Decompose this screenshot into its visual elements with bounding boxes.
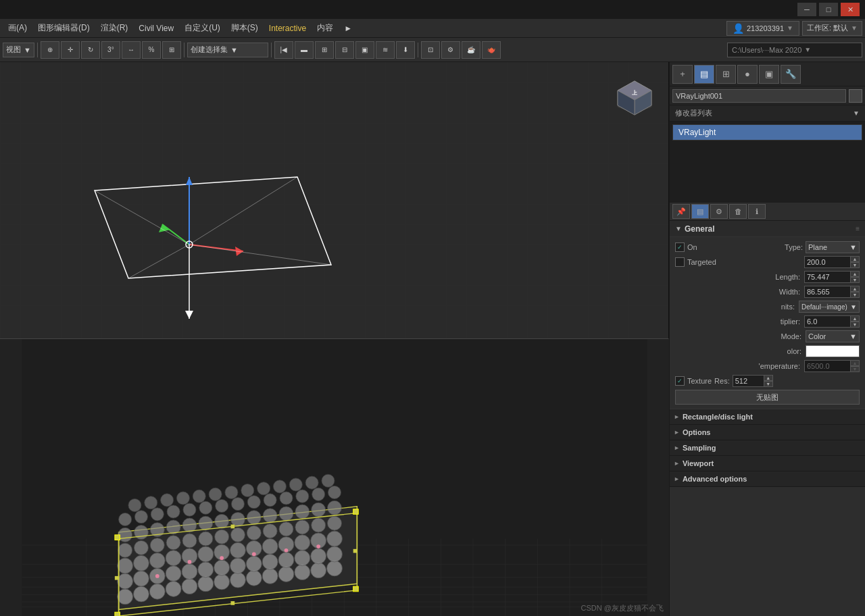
on-checkbox[interactable] bbox=[675, 242, 685, 252]
advanced-title: Advanced options bbox=[683, 475, 747, 483]
toolbar-btn-10[interactable]: ☕ bbox=[462, 41, 480, 59]
length-input[interactable]: ▲ ▼ bbox=[804, 271, 860, 283]
menu-script[interactable]: 脚本(S) bbox=[226, 20, 264, 36]
svg-rect-147 bbox=[115, 612, 120, 616]
tab-hierarchy[interactable]: ⊞ bbox=[716, 65, 736, 84]
toolbar-btn-7[interactable]: ⬇ bbox=[396, 41, 415, 59]
svg-point-159 bbox=[252, 553, 256, 557]
res-value[interactable] bbox=[733, 375, 764, 387]
object-color-swatch[interactable] bbox=[849, 89, 862, 103]
tiplier-down[interactable]: ▼ bbox=[850, 322, 860, 328]
tab-display[interactable]: ▣ bbox=[759, 65, 779, 84]
mode-dropdown[interactable]: Color▼ bbox=[806, 330, 860, 342]
tiplier-input[interactable]: ▲ ▼ bbox=[804, 315, 860, 328]
rotate-tool[interactable]: ↻ bbox=[81, 41, 100, 59]
svg-point-117 bbox=[328, 500, 342, 515]
targeted-checkbox[interactable] bbox=[675, 257, 685, 267]
options-header[interactable]: ► Options bbox=[670, 425, 865, 440]
texture-checkbox[interactable] bbox=[675, 376, 685, 386]
tab-create[interactable]: + bbox=[672, 65, 693, 84]
configure-button[interactable]: ⚙ bbox=[710, 204, 728, 219]
length-value[interactable] bbox=[804, 271, 850, 283]
menu-interactive[interactable]: Interactive bbox=[264, 21, 312, 36]
maximize-button[interactable]: □ bbox=[819, 3, 838, 16]
res-input[interactable]: ▲ ▼ bbox=[733, 375, 773, 387]
modifier-icon[interactable]: ▤ bbox=[691, 204, 709, 219]
no-texture-button[interactable]: 无贴图 bbox=[675, 390, 860, 405]
mirror-tool[interactable]: ↔ bbox=[122, 41, 141, 59]
toolbar-btn-6[interactable]: ≋ bbox=[376, 41, 395, 59]
selection-set-dropdown[interactable]: 创建选择集▼ bbox=[187, 43, 268, 57]
tab-modify[interactable]: ▤ bbox=[694, 65, 714, 84]
menu-render[interactable]: 渲染(R) bbox=[95, 20, 134, 36]
viewport-header[interactable]: ► Viewport bbox=[670, 456, 865, 471]
advanced-options-header[interactable]: ► Advanced options bbox=[670, 471, 865, 486]
viewport-bottom[interactable]: CSDN @灰皮皮猫不会飞 bbox=[0, 339, 669, 616]
delete-modifier-button[interactable]: 🗑 bbox=[729, 204, 747, 219]
svg-point-60 bbox=[311, 563, 326, 578]
targeted-up[interactable]: ▲ bbox=[850, 256, 860, 262]
toolbar-btn-9[interactable]: ⚙ bbox=[441, 41, 460, 59]
viewport-top[interactable]: 上 bbox=[0, 62, 669, 339]
res-up[interactable]: ▲ bbox=[764, 375, 773, 381]
toolbar-btn-1[interactable]: |◀ bbox=[274, 41, 293, 59]
move-tool[interactable]: ✛ bbox=[61, 41, 80, 59]
targeted-input[interactable]: ▲ ▼ bbox=[804, 256, 860, 268]
menu-civil-view[interactable]: Civil View bbox=[133, 21, 179, 36]
menu-draw[interactable]: 画(A) bbox=[3, 20, 32, 36]
minimize-button[interactable]: ─ bbox=[797, 3, 816, 16]
svg-rect-153 bbox=[115, 576, 119, 580]
svg-point-125 bbox=[231, 498, 244, 511]
viewport-cube[interactable]: 上 bbox=[614, 76, 655, 116]
res-down[interactable]: ▼ bbox=[764, 381, 773, 387]
svg-point-161 bbox=[285, 548, 289, 553]
tab-utilities[interactable]: 🔧 bbox=[781, 65, 801, 84]
general-section-header[interactable]: ▼ General ≡ bbox=[670, 221, 865, 237]
color-swatch[interactable] bbox=[806, 345, 860, 357]
svg-point-48 bbox=[118, 589, 133, 605]
view-dropdown[interactable]: 视图▼ bbox=[3, 43, 34, 57]
pin-button[interactable]: 📌 bbox=[672, 204, 690, 219]
targeted-value[interactable] bbox=[804, 256, 850, 268]
modifier-dropdown-arrow[interactable]: ▼ bbox=[853, 109, 860, 117]
workspace-selector[interactable]: 工作区: 默认 ▼ bbox=[802, 21, 862, 36]
menu-customize[interactable]: 自定义(U) bbox=[179, 20, 226, 36]
select-tool[interactable]: ⊕ bbox=[41, 41, 59, 59]
toolbar-btn-11[interactable]: 🫖 bbox=[482, 41, 501, 59]
user-account[interactable]: 👤 213203391 ▼ bbox=[726, 21, 799, 36]
toolbar-btn-5[interactable]: ▣ bbox=[355, 41, 374, 59]
general-menu[interactable]: ≡ bbox=[856, 225, 860, 232]
sampling-header[interactable]: ► Sampling bbox=[670, 440, 865, 455]
snap-tool[interactable]: ⊞ bbox=[162, 41, 181, 59]
toolbar-btn-3[interactable]: ⊞ bbox=[315, 41, 334, 59]
modifier-vraylight[interactable]: VRayLight bbox=[673, 125, 862, 140]
menu-graph-editor[interactable]: 图形编辑器(D) bbox=[32, 20, 95, 36]
length-up[interactable]: ▲ bbox=[850, 271, 860, 277]
width-down[interactable]: ▼ bbox=[850, 292, 860, 298]
close-button[interactable]: ✕ bbox=[841, 3, 860, 16]
toolbar-btn-2[interactable]: ▬ bbox=[295, 41, 314, 59]
object-name-input[interactable] bbox=[672, 89, 846, 103]
tiplier-value[interactable] bbox=[804, 315, 850, 328]
width-value[interactable] bbox=[804, 286, 850, 298]
menu-more[interactable]: ► bbox=[339, 21, 357, 36]
svg-rect-148 bbox=[353, 586, 359, 592]
width-up[interactable]: ▲ bbox=[850, 286, 860, 292]
toolbar-btn-4[interactable]: ⊟ bbox=[335, 41, 354, 59]
scale-tool[interactable]: 3° bbox=[101, 41, 120, 59]
type-dropdown[interactable]: Plane▼ bbox=[806, 241, 860, 253]
toolbar-btn-8[interactable]: ⊡ bbox=[421, 41, 440, 59]
nits-dropdown[interactable]: Defaul···image)▼ bbox=[799, 301, 860, 313]
svg-point-58 bbox=[278, 567, 294, 582]
tiplier-up[interactable]: ▲ bbox=[850, 315, 860, 322]
rectangle-disc-header[interactable]: ► Rectangle/disc light bbox=[670, 409, 865, 424]
length-down[interactable]: ▼ bbox=[850, 277, 860, 283]
width-input[interactable]: ▲ ▼ bbox=[804, 286, 860, 298]
info-button[interactable]: ℹ bbox=[748, 204, 766, 219]
menu-content[interactable]: 内容 bbox=[312, 20, 339, 36]
targeted-down[interactable]: ▼ bbox=[850, 262, 860, 268]
align-tool[interactable]: % bbox=[142, 41, 161, 59]
tab-motion[interactable]: ● bbox=[737, 65, 758, 84]
temperature-input: ▲ ▼ bbox=[804, 360, 860, 372]
svg-point-78 bbox=[149, 553, 165, 569]
